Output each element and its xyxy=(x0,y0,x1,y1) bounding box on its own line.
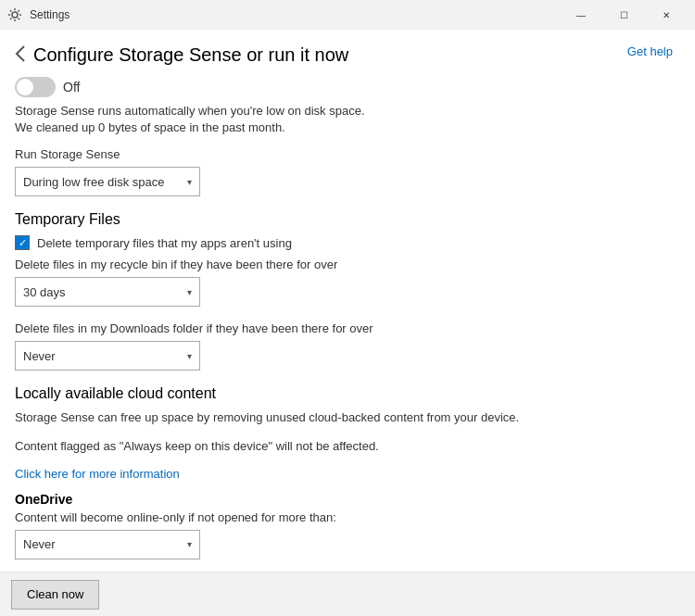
svg-point-0 xyxy=(12,12,18,18)
onedrive-dropdown[interactable]: Never ▾ xyxy=(15,530,200,559)
get-help-link[interactable]: Get help xyxy=(627,44,673,58)
bottom-bar: Clean now xyxy=(0,572,695,616)
clean-now-button[interactable]: Clean now xyxy=(11,580,99,610)
chevron-down-icon-onedrive: ▾ xyxy=(187,539,192,549)
storage-sense-description: Storage Sense runs automatically when yo… xyxy=(15,103,673,136)
downloads-label: Delete files in my Downloads folder if t… xyxy=(15,321,673,335)
page-header-left: Configure Storage Sense or run it now xyxy=(15,44,348,66)
delete-temp-files-checkbox[interactable] xyxy=(15,235,30,250)
title-bar-text: Settings xyxy=(30,8,70,21)
minimize-button[interactable]: — xyxy=(560,0,602,30)
close-button[interactable]: ✕ xyxy=(645,0,688,30)
cloud-content-description2: Content flagged as "Always keep on this … xyxy=(15,438,673,455)
title-bar: Settings — ☐ ✕ xyxy=(0,0,695,30)
onedrive-label: OneDrive xyxy=(15,492,673,507)
storage-sense-toggle-row: Off xyxy=(15,77,673,97)
onedrive-value: Never xyxy=(23,537,56,551)
settings-icon xyxy=(7,7,22,22)
run-storage-sense-dropdown[interactable]: During low free disk space ▾ xyxy=(15,167,200,196)
chevron-down-icon: ▾ xyxy=(187,177,192,187)
toggle-thumb xyxy=(17,79,33,95)
downloads-value: Never xyxy=(23,349,56,363)
chevron-down-icon-downloads: ▾ xyxy=(187,351,192,361)
content-area: Configure Storage Sense or run it now Ge… xyxy=(0,30,695,572)
chevron-down-icon-recycle: ▾ xyxy=(187,287,192,297)
storage-sense-toggle[interactable] xyxy=(15,77,56,97)
back-icon xyxy=(15,44,26,63)
page: Configure Storage Sense or run it now Ge… xyxy=(0,30,695,572)
back-button[interactable] xyxy=(15,44,26,66)
cloud-content-link[interactable]: Click here for more information xyxy=(15,467,180,481)
toggle-label: Off xyxy=(63,80,80,94)
recycle-bin-dropdown[interactable]: 30 days ▾ xyxy=(15,277,200,307)
run-storage-sense-value: During low free disk space xyxy=(23,175,164,189)
run-storage-sense-label: Run Storage Sense xyxy=(15,147,673,161)
delete-temp-files-row: Delete temporary files that my apps aren… xyxy=(15,235,673,250)
onedrive-description: Content will become online-only if not o… xyxy=(15,510,673,524)
title-bar-left: Settings xyxy=(7,7,70,22)
maximize-button[interactable]: ☐ xyxy=(602,0,645,30)
delete-temp-files-label: Delete temporary files that my apps aren… xyxy=(37,236,292,250)
cloud-content-heading: Locally available cloud content xyxy=(15,385,673,402)
downloads-dropdown[interactable]: Never ▾ xyxy=(15,341,200,371)
title-bar-controls: — ☐ ✕ xyxy=(560,0,688,30)
temporary-files-heading: Temporary Files xyxy=(15,211,673,228)
page-title: Configure Storage Sense or run it now xyxy=(33,44,348,66)
page-header: Configure Storage Sense or run it now Ge… xyxy=(15,44,673,66)
cloud-content-description1: Storage Sense can free up space by remov… xyxy=(15,409,673,426)
recycle-bin-label: Delete files in my recycle bin if they h… xyxy=(15,258,673,271)
recycle-bin-value: 30 days xyxy=(23,285,66,299)
